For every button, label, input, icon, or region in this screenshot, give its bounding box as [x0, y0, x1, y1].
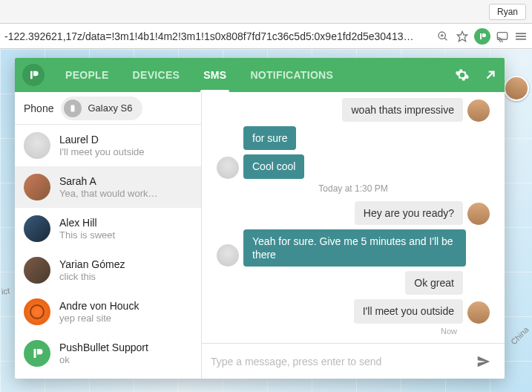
conversation-preview: I'll meet you outside [59, 146, 145, 157]
message-bubble: Hey are you ready? [355, 201, 463, 225]
avatar [24, 340, 50, 367]
message-bubble: Cool cool [243, 154, 304, 178]
conversation-name: Alex Hill [59, 217, 115, 229]
conversation-name: PushBullet Support [59, 342, 148, 354]
avatar [24, 298, 50, 325]
device-chip[interactable]: Galaxy S6 [61, 97, 142, 120]
pushbullet-panel: PEOPLE DEVICES SMS NOTIFICATIONS Phone G… [15, 58, 505, 379]
message-row: Ok great [212, 271, 494, 295]
svg-line-9 [487, 72, 494, 79]
conversation-item[interactable]: PushBullet Supportok [15, 333, 201, 374]
tab-people[interactable]: PEOPLE [53, 58, 121, 92]
gear-icon[interactable] [448, 58, 476, 92]
conversation-name: Laurel D [59, 134, 145, 146]
map-label: ict [1, 286, 10, 295]
conversation-item[interactable]: Laurel DI'll meet you outside [15, 125, 201, 166]
avatar [24, 257, 50, 284]
profile-button[interactable]: Ryan [489, 4, 526, 20]
message-bubble: woah thats impressive [342, 98, 463, 122]
avatar [24, 132, 50, 159]
conversation-preview: Yea, that would work… [59, 188, 157, 199]
tab-sms[interactable]: SMS [191, 58, 238, 92]
message-avatar [467, 301, 490, 324]
conversation-name: Yarian Gómez [59, 258, 125, 271]
conversation-item[interactable]: Sarah AYea, that would work… [15, 166, 201, 208]
pushbullet-logo-icon[interactable] [22, 64, 45, 86]
svg-rect-6 [516, 33, 526, 34]
message-row: Hey are you ready? [212, 201, 494, 225]
cast-icon[interactable] [495, 29, 510, 44]
avatar [24, 174, 50, 200]
message-list[interactable]: woah thats impressivefor sureCool coolTo… [202, 92, 505, 343]
conversation-preview: yep real site [59, 313, 139, 324]
svg-line-1 [444, 38, 447, 40]
conversation-item[interactable]: Yarian Gómezclick this [15, 249, 201, 291]
svg-rect-10 [71, 105, 75, 111]
svg-rect-5 [497, 32, 507, 39]
tab-devices[interactable]: DEVICES [121, 58, 192, 92]
send-icon[interactable] [472, 350, 496, 373]
zoom-icon[interactable] [436, 29, 450, 44]
map-label: China [509, 325, 531, 347]
avatar [24, 215, 50, 242]
chat-pane: woah thats impressivefor sureCool coolTo… [202, 92, 505, 379]
message-bubble: I'll meet you outside [354, 299, 463, 323]
message-row: I'll meet you outside [212, 299, 494, 323]
compose-bar [202, 343, 505, 379]
address-bar[interactable]: -122.392621,17z/data=!3m1!4b1!4m2!3m1!1s… [0, 24, 532, 49]
message-row: Cool cool [212, 154, 494, 178]
message-row: woah thats impressive [212, 98, 494, 122]
nav-tabs: PEOPLE DEVICES SMS NOTIFICATIONS [53, 58, 345, 92]
message-row: Yeah for sure. Give me 5 minutes and I'l… [212, 229, 494, 267]
svg-rect-8 [516, 38, 526, 39]
message-row: for sure [212, 126, 494, 150]
message-avatar [217, 244, 239, 267]
sidebar: Phone Galaxy S6 Laurel DI'll meet you ou… [15, 92, 202, 379]
conversation-item[interactable]: Andre von Houckyep real site [15, 291, 201, 333]
message-avatar [467, 203, 490, 225]
conversation-name: Sarah A [59, 175, 157, 188]
tab-notifications[interactable]: NOTIFICATIONS [238, 58, 345, 92]
message-bubble: Ok great [405, 271, 463, 295]
bookmark-star-icon[interactable] [455, 29, 470, 44]
conversation-preview: This is sweet [59, 229, 115, 241]
popout-icon[interactable] [476, 58, 505, 92]
conversation-preview: click this [59, 271, 125, 282]
message-avatar [467, 99, 490, 122]
message-meta: Now [212, 327, 494, 336]
svg-rect-7 [516, 36, 526, 37]
phone-icon [64, 99, 82, 117]
device-label: Phone [24, 102, 53, 114]
conversation-preview: ok [59, 354, 148, 365]
svg-marker-4 [457, 31, 467, 41]
device-name: Galaxy S6 [88, 102, 132, 114]
message-avatar [217, 157, 239, 179]
conversation-item[interactable]: Alex HillThis is sweet [15, 208, 201, 249]
conversation-list[interactable]: Laurel DI'll meet you outsideSarah AYea,… [15, 125, 201, 379]
chrome-menu-icon[interactable] [514, 29, 528, 44]
browser-top-bar: Ryan [0, 0, 532, 24]
message-input[interactable] [211, 356, 472, 368]
pushbullet-extension-icon[interactable] [474, 28, 490, 45]
url-text: -122.392621,17z/data=!3m1!4b1!4m2!3m1!1s… [4, 30, 431, 42]
timestamp-divider: Today at 1:30 PM [212, 183, 494, 194]
map-user-avatar[interactable] [504, 76, 529, 101]
conversation-name: Andre von Houck [59, 300, 139, 313]
message-bubble: Yeah for sure. Give me 5 minutes and I'l… [243, 229, 466, 267]
message-bubble: for sure [243, 126, 296, 150]
nav-bar: PEOPLE DEVICES SMS NOTIFICATIONS [15, 58, 505, 92]
device-selector: Phone Galaxy S6 [15, 92, 201, 125]
